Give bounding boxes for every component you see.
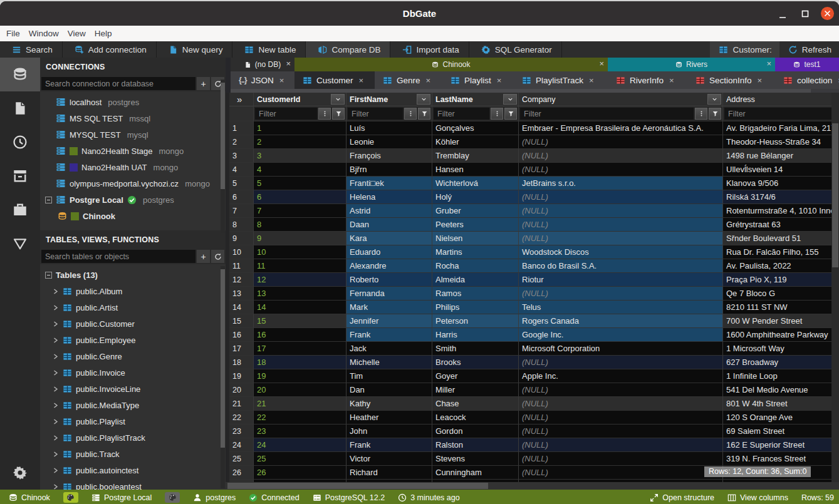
table-item-public-customer[interactable]: public.Customer <box>40 316 226 332</box>
color-badge[interactable] <box>63 492 78 503</box>
add-table-plus-button[interactable]: + <box>197 250 210 263</box>
cell-firstname[interactable]: Heather <box>347 411 432 424</box>
table-item-public-invoiceline[interactable]: public.InvoiceLine <box>40 381 226 397</box>
row-number[interactable]: 26 <box>229 466 254 480</box>
column-menu-button[interactable] <box>331 94 345 105</box>
filter-input-firstname[interactable] <box>348 108 403 120</box>
menu-item-help[interactable]: Help <box>90 26 117 41</box>
cell-company[interactable]: Apple Inc. <box>519 369 723 383</box>
close-icon[interactable]: × <box>599 59 604 68</box>
table-item-public-album[interactable]: public.Album <box>40 283 226 299</box>
cell-company[interactable]: (NULL) <box>519 424 723 438</box>
row-number[interactable]: 18 <box>229 356 254 369</box>
cell-customerid[interactable]: 11 <box>254 259 347 273</box>
chevron-right-icon[interactable] <box>53 337 59 343</box>
cell-company[interactable]: (NULL) <box>519 397 723 411</box>
filter-input-company[interactable] <box>520 108 694 120</box>
chevron-right-icon[interactable] <box>53 403 59 408</box>
filter-funnel-button[interactable] <box>418 108 430 120</box>
cell-lastname[interactable]: Wichterlová <box>432 177 519 190</box>
cell-lastname[interactable]: Miller <box>432 383 519 397</box>
close-icon[interactable]: × <box>286 59 291 68</box>
cell-company[interactable]: (NULL) <box>519 232 723 245</box>
cell-company[interactable]: (NULL) <box>519 163 723 177</box>
chevron-right-icon[interactable] <box>53 419 59 424</box>
statusbar-item-rows-59[interactable]: Rows: 59 <box>801 493 834 502</box>
row-number[interactable]: 19 <box>229 369 254 383</box>
filter-menu-button[interactable] <box>695 108 707 120</box>
cell-lastname[interactable]: Rocha <box>432 259 519 273</box>
cell-address[interactable]: 1 Infinite Loop <box>723 369 839 383</box>
cell-customerid[interactable]: 18 <box>254 356 347 369</box>
row-number[interactable]: 7 <box>229 204 254 218</box>
column-menu-button[interactable] <box>503 94 517 105</box>
row-number[interactable]: 10 <box>229 245 254 259</box>
tab-customer[interactable]: Customer× <box>294 71 375 89</box>
table-item-public-mediatype[interactable]: public.MediaType <box>40 397 226 413</box>
cell-address[interactable]: Ullevĺlsveien 14 <box>723 163 839 177</box>
cell-firstname[interactable]: Mark <box>347 301 432 314</box>
cell-lastname[interactable]: Stevens <box>432 452 519 466</box>
row-number[interactable]: 14 <box>229 301 254 314</box>
cell-customerid[interactable]: 8 <box>254 218 347 232</box>
tab-group-header[interactable]: test1 <box>775 58 839 71</box>
cell-firstname[interactable]: Frank <box>347 328 432 342</box>
tab-group-header[interactable]: Rivers× <box>608 58 775 71</box>
chevron-right-icon[interactable] <box>53 451 59 457</box>
cell-company[interactable]: JetBrains s.r.o. <box>519 177 723 190</box>
table-item-public-employee[interactable]: public.Employee <box>40 332 226 348</box>
cell-lastname[interactable]: Leacock <box>432 411 519 424</box>
cell-customerid[interactable]: 2 <box>254 135 347 149</box>
cell-lastname[interactable]: Tremblay <box>432 149 519 163</box>
row-number[interactable]: 6 <box>229 190 254 204</box>
cell-address[interactable]: Klanova 9/506 <box>723 177 839 190</box>
tab-genre[interactable]: Genre× <box>375 71 442 89</box>
add-connection-plus-button[interactable]: + <box>197 77 210 90</box>
cell-lastname[interactable]: Smith <box>432 342 519 356</box>
cell-company[interactable]: (NULL) <box>519 383 723 397</box>
connection-item-ms-sql-test[interactable]: MS SQL TESTmssql <box>40 110 226 126</box>
table-item-public-invoice[interactable]: public.Invoice <box>40 364 226 381</box>
cell-customerid[interactable]: 1 <box>254 121 347 135</box>
cell-address[interactable]: Grétrystraat 63 <box>723 218 839 232</box>
connections-search-input[interactable] <box>41 77 195 90</box>
close-icon[interactable]: × <box>279 76 284 85</box>
iconbar-archive-icon[interactable] <box>0 159 40 193</box>
cell-customerid[interactable]: 12 <box>254 273 347 287</box>
cell-company[interactable]: Riotur <box>519 273 723 287</box>
cell-address[interactable]: Rilská 3174/6 <box>723 190 839 204</box>
cell-customerid[interactable]: 5 <box>254 177 347 190</box>
cell-customerid[interactable]: 7 <box>254 204 347 218</box>
collapse-expander[interactable] <box>45 272 52 279</box>
menu-item-file[interactable]: File <box>2 26 24 41</box>
cell-firstname[interactable]: Astrid <box>347 204 432 218</box>
cell-address[interactable]: 627 Broadway <box>723 356 839 369</box>
row-number[interactable]: 13 <box>229 287 254 301</box>
cell-lastname[interactable]: Peeters <box>432 218 519 232</box>
cell-lastname[interactable]: Chase <box>432 397 519 411</box>
cell-firstname[interactable]: Roberto <box>347 273 432 287</box>
cell-company[interactable]: (NULL) <box>519 452 723 466</box>
close-icon[interactable]: × <box>669 76 674 85</box>
connections-scrollbar[interactable] <box>221 80 225 233</box>
cell-lastname[interactable]: Martins <box>432 245 519 259</box>
cell-firstname[interactable]: Dan <box>347 383 432 397</box>
grid-corner-cell[interactable]: » <box>229 93 254 106</box>
close-button[interactable] <box>821 7 834 20</box>
row-number[interactable]: 1 <box>229 121 254 135</box>
table-item-public-autoinctest[interactable]: public.autoinctest <box>40 462 226 478</box>
cell-lastname[interactable]: Goyer <box>432 369 519 383</box>
row-number[interactable]: 12 <box>229 273 254 287</box>
cell-company[interactable]: (NULL) <box>519 135 723 149</box>
cell-customerid[interactable]: 13 <box>254 287 347 301</box>
cell-customerid[interactable]: 22 <box>254 411 347 424</box>
cell-lastname[interactable]: Köhler <box>432 135 519 149</box>
cell-firstname[interactable]: Michelle <box>347 356 432 369</box>
tab-sectioninfo[interactable]: SectionInfo× <box>687 71 775 89</box>
cell-lastname[interactable]: Nielsen <box>432 232 519 245</box>
cell-customerid[interactable]: 19 <box>254 369 347 383</box>
cell-company[interactable]: Telus <box>519 301 723 314</box>
close-icon[interactable]: × <box>359 76 364 85</box>
row-number[interactable]: 3 <box>229 149 254 163</box>
row-number[interactable]: 4 <box>229 163 254 177</box>
